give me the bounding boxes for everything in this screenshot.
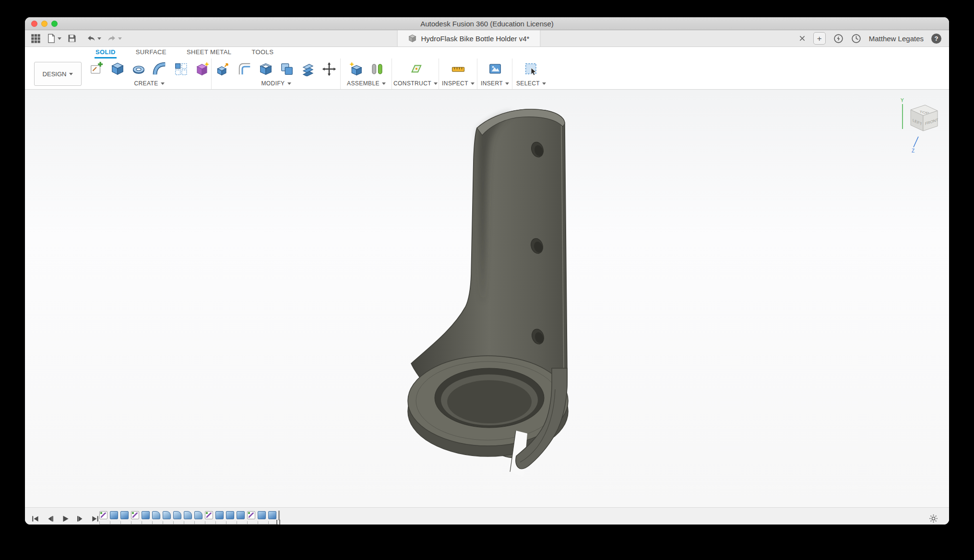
group-construct: CONSTRUCT [392, 58, 439, 89]
zoom-window-button[interactable] [51, 21, 58, 27]
timeline-feature-sketch[interactable] [205, 511, 213, 519]
rectangular-pattern-button[interactable] [173, 61, 189, 77]
inspect-menu-label: INSPECT [442, 80, 468, 87]
create-form-button[interactable] [194, 61, 210, 77]
timeline-feature-sketch[interactable] [99, 511, 107, 519]
timeline-feature-sketch[interactable] [131, 511, 139, 519]
construct-menu-label: CONSTRUCT [393, 80, 431, 87]
timeline-settings-button[interactable] [928, 513, 938, 524]
tab-solid[interactable]: SOLID [95, 47, 117, 58]
extrude-icon [110, 62, 125, 76]
data-panel-button[interactable] [31, 34, 41, 44]
notifications-button[interactable] [851, 34, 861, 44]
select-window-icon [524, 62, 538, 76]
skip-to-start-button[interactable] [31, 514, 40, 524]
redo-button[interactable] [107, 34, 122, 43]
minimize-window-button[interactable] [41, 21, 48, 27]
insert-canvas-button[interactable] [487, 61, 503, 77]
timeline-feature-extrude[interactable] [215, 511, 224, 519]
construction-plane-icon [408, 62, 423, 76]
revolve-icon [131, 62, 146, 76]
job-status-button[interactable] [833, 34, 843, 44]
combine-icon [280, 62, 294, 76]
select-menu[interactable]: SELECT [512, 80, 550, 87]
timeline-feature-extrude[interactable] [226, 511, 234, 519]
timeline-features [99, 511, 276, 519]
close-window-button[interactable] [31, 21, 37, 27]
file-menu-button[interactable] [47, 34, 61, 43]
modify-menu[interactable]: MODIFY [212, 80, 341, 87]
timeline-feature-fillet[interactable] [173, 511, 181, 519]
undo-button[interactable] [86, 34, 101, 43]
data-panel-grid-icon [31, 34, 41, 44]
tab-tools[interactable]: TOOLS [250, 47, 274, 58]
timeline-feature-fillet[interactable] [184, 511, 192, 519]
measure-button[interactable] [450, 61, 466, 77]
timeline-feature-fillet[interactable] [152, 511, 160, 519]
design-workspace-dropdown[interactable]: DESIGN [34, 62, 82, 86]
timeline-feature-fillet[interactable] [163, 511, 171, 519]
fillet-button[interactable] [237, 61, 253, 77]
notifications-clock-icon [851, 34, 861, 44]
press-pull-button[interactable] [215, 61, 232, 77]
app-bar: HydroFlask Bike Bottle Holder v4* + Matt… [25, 30, 949, 47]
step-forward-icon [76, 514, 84, 523]
group-select: SELECT [512, 58, 550, 89]
play-button[interactable] [60, 514, 70, 524]
tab-surface[interactable]: SURFACE [135, 47, 167, 58]
combine-button[interactable] [279, 61, 295, 77]
fusion-window: Autodesk Fusion 360 (Education License) [25, 17, 949, 525]
step-back-button[interactable] [46, 514, 55, 524]
timeline-feature-extrude[interactable] [258, 511, 266, 519]
timeline-feature-extrude[interactable] [110, 511, 118, 519]
help-button[interactable]: ? [931, 34, 941, 44]
close-tab-button[interactable] [799, 35, 806, 42]
construction-plane-button[interactable] [407, 61, 424, 77]
construct-menu[interactable]: CONSTRUCT [392, 80, 439, 87]
sweep-button[interactable] [152, 61, 168, 77]
timeline-feature-extrude[interactable] [120, 511, 129, 519]
document-tab[interactable]: HydroFlask Bike Bottle Holder v4* [397, 30, 541, 47]
timeline-playback-controls [31, 508, 100, 525]
user-account-button[interactable]: Matthew Legates [869, 35, 924, 43]
insert-menu[interactable]: INSERT [477, 80, 512, 87]
redo-icon [107, 34, 117, 43]
timeline-bar [25, 507, 949, 525]
create-menu[interactable]: CREATE [87, 80, 211, 87]
new-component-button[interactable] [348, 61, 364, 77]
group-assemble: ASSEMBLE [340, 58, 392, 89]
assemble-menu[interactable]: ASSEMBLE [341, 80, 392, 87]
timeline-end-marker[interactable] [278, 511, 280, 520]
joint-icon [370, 62, 384, 76]
window-title: Autodesk Fusion 360 (Education License) [420, 20, 554, 28]
select-button[interactable] [523, 61, 539, 77]
tab-sheet-metal[interactable]: SHEET METAL [186, 47, 233, 58]
timeline-feature-fillet[interactable] [194, 511, 202, 519]
step-forward-button[interactable] [75, 514, 85, 524]
timeline-feature-sketch[interactable] [247, 511, 255, 519]
timeline-feature-extrude[interactable] [268, 511, 276, 519]
timeline-track[interactable] [99, 521, 278, 525]
group-modify: MODIFY [211, 58, 341, 89]
inspect-menu[interactable]: INSPECT [439, 80, 477, 87]
skip-to-end-button[interactable] [90, 514, 100, 524]
rectangular-pattern-icon [174, 62, 188, 76]
timeline-feature-extrude[interactable] [142, 511, 150, 519]
fillet-icon [238, 62, 252, 76]
save-icon [67, 34, 77, 43]
timeline-feature-extrude[interactable] [237, 511, 245, 519]
viewcube[interactable]: Y Z TOP LEFT FRONT [896, 97, 942, 155]
create-sketch-icon [89, 62, 104, 76]
viewport-canvas[interactable]: Y Z TOP LEFT FRONT [25, 90, 949, 507]
shell-button[interactable] [258, 61, 274, 77]
offset-face-button[interactable] [300, 61, 316, 77]
timeline-scrubber-handle[interactable] [276, 520, 280, 525]
joint-button[interactable] [369, 61, 385, 77]
revolve-button[interactable] [131, 61, 147, 77]
new-tab-button[interactable]: + [813, 32, 826, 45]
model-bottle-holder[interactable] [402, 102, 579, 485]
create-sketch-button[interactable] [88, 61, 105, 77]
move-copy-button[interactable] [321, 61, 337, 77]
extrude-button[interactable] [109, 61, 126, 77]
save-button[interactable] [67, 34, 77, 43]
